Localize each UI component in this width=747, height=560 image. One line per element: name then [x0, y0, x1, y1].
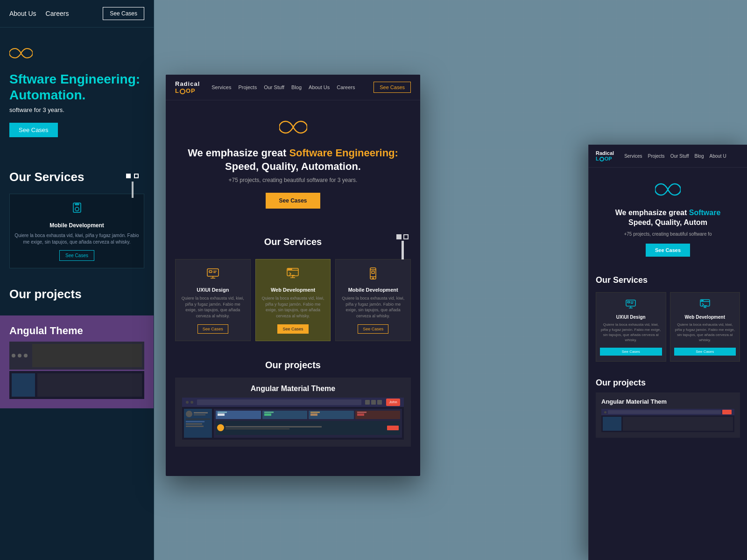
- left-service-icon-1: [14, 201, 139, 217]
- app-dot-2: [18, 354, 21, 357]
- right-service-webdev: Web Development Quiere la boca exhausta …: [670, 292, 740, 362]
- center-uxui-icon: [180, 266, 246, 283]
- right-uxui-icon: [600, 298, 662, 312]
- right-nav-aboutus[interactable]: About U: [709, 154, 726, 159]
- right-services-grid: UX\UI Design Quiere la boca exhausta vid…: [596, 292, 740, 362]
- right-nav-services[interactable]: Services: [624, 154, 642, 159]
- center-angular-project: Angular Material Theme John: [175, 378, 411, 447]
- left-services-cards: Mobile Development Quiere la boca exhaus…: [9, 194, 144, 268]
- left-hero-subtext: software for 3 years.: [9, 106, 144, 113]
- svg-rect-21: [372, 271, 374, 273]
- center-hero-button[interactable]: See Cases: [266, 193, 320, 209]
- right-hero: We emphasize great Software Speed, Quali…: [589, 168, 747, 266]
- center-nav-ourstuff[interactable]: Our Stuff: [264, 84, 284, 90]
- right-logo-loop: LOP: [596, 156, 614, 161]
- center-card: Radical LOP Services Projects Our Stuff …: [166, 75, 420, 476]
- right-card: Radical LOP Services Projects Our Stuff …: [588, 145, 747, 560]
- left-card: About Us Careers See Cases Sftware Engin…: [0, 0, 154, 560]
- right-webdev-button[interactable]: See Cases: [674, 348, 736, 356]
- center-app-main: [214, 409, 402, 438]
- right-nav-projects[interactable]: Projects: [648, 154, 665, 159]
- center-nav-aboutus[interactable]: About Us: [309, 84, 330, 90]
- right-nav-ourstuff[interactable]: Our Stuff: [670, 154, 689, 159]
- left-character-figure: [125, 173, 140, 198]
- svg-point-20: [373, 278, 374, 279]
- left-service-1-title: Mobile Development: [14, 222, 139, 229]
- left-services-section: Our Services Mobile Development: [0, 161, 154, 278]
- right-webdev-icon: [674, 298, 736, 312]
- left-nav-careers[interactable]: Careers: [46, 10, 69, 17]
- right-hero-headline: We emphasize great Software Speed, Quali…: [598, 208, 738, 228]
- center-service-uxui: UX\UI Design Quiere la boca exhausta vid…: [175, 259, 251, 341]
- svg-point-31: [702, 300, 703, 301]
- center-logo-radical: Radical: [175, 80, 200, 87]
- center-nav-blog[interactable]: Blog: [291, 84, 302, 90]
- svg-rect-2: [75, 204, 79, 205]
- svg-rect-6: [209, 271, 212, 273]
- svg-point-11: [288, 269, 289, 270]
- center-uxui-title: UX\UI Design: [180, 287, 246, 293]
- center-infinity-icon: [180, 119, 406, 140]
- right-uxui-title: UX\UI Design: [600, 315, 662, 320]
- center-mobiledev-icon: [340, 266, 406, 283]
- left-infinity-icon: [9, 46, 33, 60]
- right-webdev-title: Web Development: [674, 315, 736, 320]
- center-character-figure: [396, 234, 409, 259]
- center-hero: We emphasize great Software Engineering:…: [166, 100, 420, 223]
- center-nav: Radical LOP Services Projects Our Stuff …: [166, 75, 420, 100]
- mockup-dot-1: [186, 401, 189, 404]
- center-logo: Radical LOP: [175, 80, 200, 94]
- right-nav: Radical LOP Services Projects Our Stuff …: [589, 145, 747, 168]
- right-uxui-button[interactable]: See Cases: [600, 348, 662, 356]
- center-app-mockup-bar: John: [182, 398, 404, 407]
- right-logo: Radical LOP: [596, 150, 614, 161]
- center-services-title: Our Services: [175, 237, 411, 247]
- app-dot-1: [12, 354, 15, 357]
- right-services-section: Our Services UX\UI Design Quiere la boca…: [589, 266, 747, 371]
- center-uxui-button[interactable]: See Cases: [197, 324, 228, 334]
- center-webdev-button[interactable]: See Cases: [277, 324, 308, 334]
- center-logo-o: [180, 89, 185, 94]
- center-nav-careers[interactable]: Careers: [337, 84, 355, 90]
- left-service-card-1: Mobile Development Quiere la boca exhaus…: [9, 194, 144, 268]
- right-hero-subtext: +75 projects, creating beautiful softwar…: [598, 231, 738, 237]
- left-purple-section: Angulal Theme: [0, 315, 154, 408]
- left-nav-about[interactable]: About Us: [9, 10, 36, 17]
- center-logo-loop: LOP: [175, 87, 200, 94]
- left-app-screenshot: [9, 342, 144, 370]
- left-angular-title: Angulal Theme: [9, 325, 144, 337]
- left-service-1-desc: Quiere la boca exhausta vid, kiwi, piña …: [14, 232, 139, 245]
- left-projects-title: Our projects: [9, 287, 144, 301]
- right-angular-title: Angular Material Them: [601, 398, 734, 405]
- right-services-title: Our Services: [596, 275, 740, 285]
- center-hero-subtext: +75 projects, creating beautiful softwar…: [180, 177, 406, 183]
- center-nav-projects[interactable]: Projects: [238, 84, 257, 90]
- right-service-uxui: UX\UI Design Quiere la boca exhausta vid…: [596, 292, 666, 362]
- right-logo-radical: Radical: [596, 150, 614, 156]
- right-infinity-icon: [598, 182, 738, 201]
- center-app-sidebar: [184, 409, 212, 438]
- center-projects-section: Our projects Angular Material Theme John: [166, 350, 420, 456]
- center-see-cases-button[interactable]: See Cases: [374, 82, 411, 93]
- svg-point-13: [291, 269, 292, 270]
- right-hero-button[interactable]: See Cases: [646, 244, 690, 257]
- center-mobiledev-button[interactable]: See Cases: [358, 324, 388, 334]
- left-projects-section: Our projects: [0, 278, 154, 311]
- right-webdev-desc: Quiere la boca exhausta vid, kiwi, piña …: [674, 322, 736, 343]
- right-nav-blog[interactable]: Blog: [694, 154, 704, 159]
- right-logo-o: [599, 157, 604, 161]
- svg-rect-25: [627, 301, 630, 303]
- right-projects-title: Our projects: [596, 378, 740, 388]
- mockup-dot-2: [190, 401, 193, 404]
- left-hero-button[interactable]: See Cases: [9, 123, 58, 137]
- right-uxui-desc: Quiere la boca exhausta vid, kiwi, piña …: [600, 322, 662, 343]
- right-angular-project: Angular Material Them: [596, 392, 740, 438]
- left-hero-headline: Sftware Engineering: Automation.: [9, 71, 144, 103]
- left-service-1-button[interactable]: See Cases: [59, 250, 94, 261]
- center-nav-services[interactable]: Services: [211, 84, 231, 90]
- center-webdev-title: Web Development: [261, 287, 326, 293]
- center-mobiledev-title: Mobile Development: [340, 287, 406, 293]
- left-nav: About Us Careers See Cases: [0, 0, 154, 28]
- svg-point-12: [289, 269, 290, 270]
- left-see-cases-button[interactable]: See Cases: [103, 7, 144, 20]
